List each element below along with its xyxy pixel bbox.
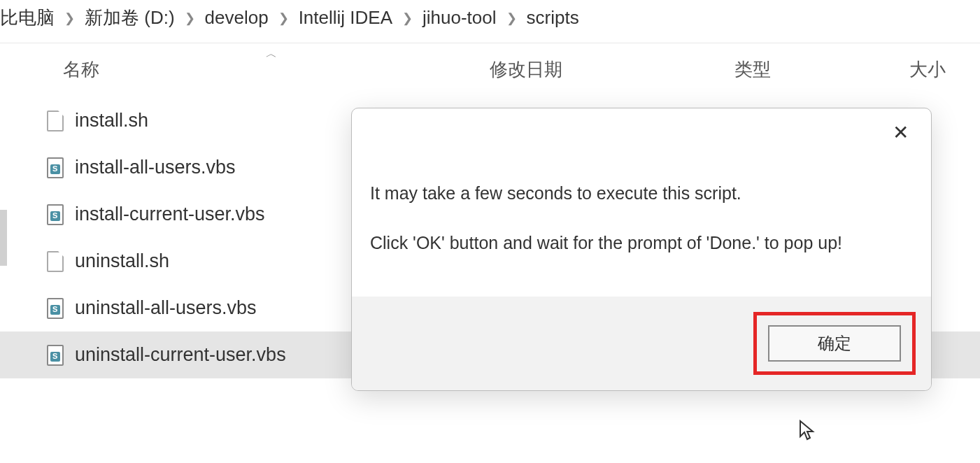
breadcrumb-item[interactable]: scripts (527, 7, 579, 29)
breadcrumb-item[interactable]: 新加卷 (D:) (85, 6, 175, 30)
file-name: uninstall.sh (75, 250, 169, 272)
file-name: uninstall-current-user.vbs (75, 344, 286, 366)
dialog-footer: 确定 (352, 297, 931, 390)
close-icon[interactable]: ✕ (886, 118, 914, 146)
breadcrumb-item[interactable]: develop (205, 7, 269, 29)
file-name: install-current-user.vbs (75, 204, 265, 225)
chevron-right-icon: ❯ (278, 10, 289, 26)
breadcrumb: 比电脑 ❯ 新加卷 (D:) ❯ develop ❯ Intellij IDEA… (0, 0, 980, 43)
breadcrumb-item[interactable]: jihuo-tool (422, 7, 497, 29)
file-icon (45, 250, 65, 273)
dialog-text-line2: Click 'OK' button and wait for the promp… (370, 231, 913, 255)
chevron-right-icon: ❯ (185, 10, 195, 26)
dialog-header: ✕ (352, 108, 931, 146)
dialog-text-line1: It may take a few seconds to execute thi… (370, 181, 913, 206)
vbs-file-icon (45, 156, 65, 180)
message-dialog: ✕ It may take a few seconds to execute t… (351, 108, 932, 391)
column-header-type[interactable]: 类型 (734, 57, 909, 82)
vbs-file-icon (45, 203, 65, 227)
column-header-size[interactable]: 大小 (909, 57, 980, 82)
chevron-right-icon: ❯ (64, 10, 75, 26)
file-icon (45, 109, 65, 133)
file-name: install.sh (75, 110, 148, 131)
chevron-right-icon: ❯ (402, 10, 413, 26)
breadcrumb-item[interactable]: Intellij IDEA (299, 7, 392, 29)
ok-button[interactable]: 确定 (768, 325, 901, 362)
chevron-right-icon: ❯ (506, 10, 517, 26)
column-header-name[interactable]: 名称 (0, 57, 490, 82)
sort-caret-icon[interactable]: ︿ (266, 47, 277, 62)
ok-button-highlight: 确定 (753, 312, 916, 375)
file-name: install-all-users.vbs (75, 157, 236, 178)
column-header-date[interactable]: 修改日期 (490, 57, 734, 82)
vbs-file-icon (45, 297, 65, 320)
cursor-icon (799, 420, 816, 446)
file-name: uninstall-all-users.vbs (75, 297, 257, 319)
breadcrumb-item[interactable]: 比电脑 (0, 6, 55, 30)
sidebar-scroll-indicator[interactable] (0, 210, 7, 266)
dialog-body: It may take a few seconds to execute thi… (352, 146, 931, 297)
vbs-file-icon (45, 343, 65, 367)
column-headers: ︿ 名称 修改日期 类型 大小 (0, 43, 980, 97)
